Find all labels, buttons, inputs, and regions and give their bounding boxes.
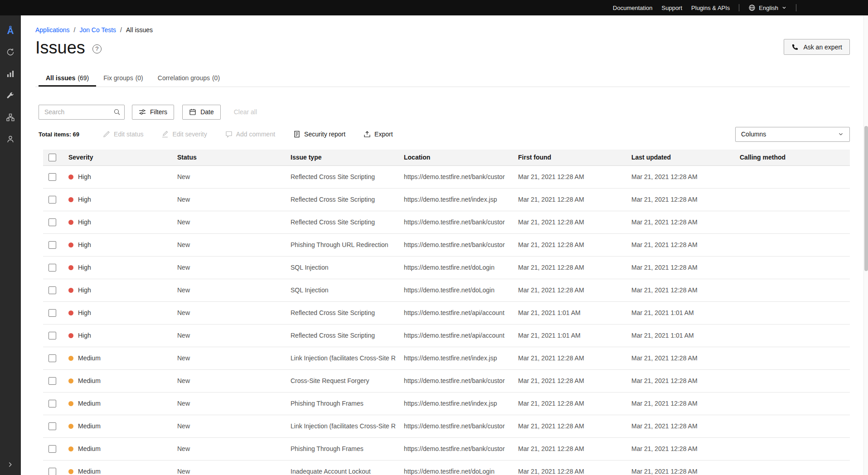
topbar-link-support[interactable]: Support bbox=[662, 5, 683, 11]
table-row[interactable]: High New Reflected Cross Site Scripting … bbox=[43, 325, 850, 347]
header-issue-type[interactable]: Issue type bbox=[283, 154, 397, 161]
breadcrumb-current: All issues bbox=[126, 26, 153, 34]
row-checkbox[interactable] bbox=[48, 173, 56, 181]
row-checkbox[interactable] bbox=[48, 218, 56, 226]
filter-sliders-icon bbox=[139, 108, 146, 116]
row-checkbox[interactable] bbox=[48, 422, 56, 430]
location-cell: https://demo.testfire.net/bank/custor bbox=[397, 377, 511, 384]
topbar-link-documentation[interactable]: Documentation bbox=[613, 5, 652, 11]
row-checkbox[interactable] bbox=[48, 241, 56, 249]
table-row[interactable]: High New Phishing Through URL Redirectio… bbox=[43, 234, 850, 257]
sidebar-item-organization[interactable] bbox=[0, 107, 21, 128]
severity-dot bbox=[68, 401, 73, 406]
location-cell: https://demo.testfire.net/api/account bbox=[397, 332, 511, 339]
chevron-right-icon bbox=[7, 461, 14, 468]
export-button[interactable]: Export bbox=[364, 131, 393, 138]
clear-all-link[interactable]: Clear all bbox=[234, 108, 257, 116]
edit-severity-button[interactable]: Edit severity bbox=[161, 131, 207, 138]
status-cell: New bbox=[170, 218, 283, 226]
table-row[interactable]: Medium New Link Injection (facilitates C… bbox=[43, 347, 850, 370]
export-label: Export bbox=[374, 131, 393, 138]
edit-status-button[interactable]: Edit status bbox=[103, 131, 143, 138]
issues-table-body: High New Reflected Cross Site Scripting … bbox=[43, 166, 850, 475]
severity-cell: High bbox=[61, 332, 170, 339]
first-found-cell: Mar 21, 2021 12:28 AM bbox=[511, 400, 624, 407]
table-row[interactable]: Medium New Inadequate Account Lockout ht… bbox=[43, 460, 850, 475]
topbar-link-plugins-apis[interactable]: Plugins & APIs bbox=[691, 5, 730, 11]
row-checkbox[interactable] bbox=[48, 468, 56, 475]
sidebar-item-tools[interactable] bbox=[0, 85, 21, 107]
bar-chart-icon bbox=[6, 69, 15, 78]
add-comment-button[interactable]: Add comment bbox=[225, 131, 275, 138]
table-row[interactable]: High New Reflected Cross Site Scripting … bbox=[43, 211, 850, 234]
last-updated-cell: Mar 21, 2021 12:28 AM bbox=[624, 400, 732, 407]
search-icon bbox=[113, 108, 121, 116]
table-row[interactable]: Medium New Link Injection (facilitates C… bbox=[43, 415, 850, 438]
header-severity[interactable]: Severity bbox=[61, 154, 170, 161]
header-first-found[interactable]: First found bbox=[511, 154, 624, 161]
search-input[interactable] bbox=[39, 105, 125, 120]
sidebar-item-home[interactable]: Å bbox=[0, 19, 21, 41]
row-checkbox[interactable] bbox=[48, 377, 56, 385]
row-checkbox[interactable] bbox=[48, 196, 56, 204]
ask-expert-label: Ask an expert bbox=[803, 44, 842, 51]
row-checkbox[interactable] bbox=[48, 264, 56, 271]
row-checkbox[interactable] bbox=[48, 445, 56, 453]
select-all-checkbox[interactable] bbox=[48, 154, 56, 161]
row-checkbox[interactable] bbox=[48, 354, 56, 362]
table-row[interactable]: High New SQL Injection https://demo.test… bbox=[43, 279, 850, 302]
sidebar-item-scans[interactable] bbox=[0, 41, 21, 63]
vertical-scrollbar[interactable] bbox=[863, 15, 868, 475]
date-button[interactable]: Date bbox=[182, 105, 221, 120]
header-location[interactable]: Location bbox=[397, 154, 511, 161]
table-row[interactable]: High New SQL Injection https://demo.test… bbox=[43, 257, 850, 279]
row-checkbox[interactable] bbox=[48, 309, 56, 317]
language-selector[interactable]: English bbox=[748, 4, 787, 11]
filters-button[interactable]: Filters bbox=[132, 105, 174, 120]
severity-label: High bbox=[78, 332, 91, 339]
header-calling-method[interactable]: Calling method bbox=[732, 154, 850, 161]
table-row[interactable]: High New Reflected Cross Site Scripting … bbox=[43, 166, 850, 189]
tab-count: (0) bbox=[212, 74, 220, 82]
tab-correlation-groups[interactable]: Correlation groups (0) bbox=[150, 70, 227, 87]
last-updated-cell: Mar 21, 2021 12:28 AM bbox=[624, 377, 732, 384]
severity-dot bbox=[68, 469, 73, 474]
sidebar-item-reports[interactable] bbox=[0, 63, 21, 85]
header-last-updated[interactable]: Last updated bbox=[624, 154, 732, 161]
table-row[interactable]: High New Reflected Cross Site Scripting … bbox=[43, 189, 850, 211]
breadcrumb-applications[interactable]: Applications bbox=[35, 26, 70, 34]
table-row[interactable]: Medium New Cross-Site Request Forgery ht… bbox=[43, 370, 850, 393]
row-checkbox[interactable] bbox=[48, 332, 56, 339]
status-cell: New bbox=[170, 445, 283, 452]
table-row[interactable]: Medium New Phishing Through Frames https… bbox=[43, 393, 850, 415]
breadcrumb-application-name[interactable]: Jon Co Tests bbox=[79, 26, 116, 34]
search-box bbox=[39, 105, 125, 120]
tab-all-issues[interactable]: All issues (69) bbox=[39, 70, 96, 87]
breadcrumb: Applications / Jon Co Tests / All issues bbox=[35, 26, 868, 34]
severity-cell: High bbox=[61, 173, 170, 180]
last-updated-cell: Mar 21, 2021 12:28 AM bbox=[624, 241, 732, 248]
scrollbar-thumb[interactable] bbox=[864, 126, 868, 271]
sitemap-icon bbox=[6, 113, 15, 122]
table-row[interactable]: Medium New Phishing Through Frames https… bbox=[43, 438, 850, 460]
table-row[interactable]: High New Reflected Cross Site Scripting … bbox=[43, 302, 850, 325]
severity-cell: High bbox=[61, 264, 170, 271]
status-cell: New bbox=[170, 309, 283, 316]
header-status[interactable]: Status bbox=[170, 154, 283, 161]
help-icon[interactable]: ? bbox=[92, 44, 102, 53]
main-area: Applications / Jon Co Tests / All issues… bbox=[21, 15, 868, 475]
calendar-icon bbox=[189, 108, 196, 116]
row-checkbox[interactable] bbox=[48, 400, 56, 407]
sidebar-expand-button[interactable] bbox=[0, 458, 21, 471]
severity-dot bbox=[68, 310, 73, 315]
ask-expert-button[interactable]: Ask an expert bbox=[784, 39, 850, 55]
tab-label: Correlation groups bbox=[158, 74, 210, 82]
severity-dot bbox=[68, 356, 73, 361]
sidebar-item-account[interactable] bbox=[0, 128, 21, 150]
security-report-button[interactable]: Security report bbox=[293, 131, 345, 138]
row-checkbox[interactable] bbox=[48, 286, 56, 294]
severity-cell: Medium bbox=[61, 445, 170, 452]
columns-dropdown[interactable]: Columns bbox=[735, 127, 850, 142]
tab-fix-groups[interactable]: Fix groups (0) bbox=[96, 70, 150, 87]
last-updated-cell: Mar 21, 2021 12:28 AM bbox=[624, 286, 732, 294]
